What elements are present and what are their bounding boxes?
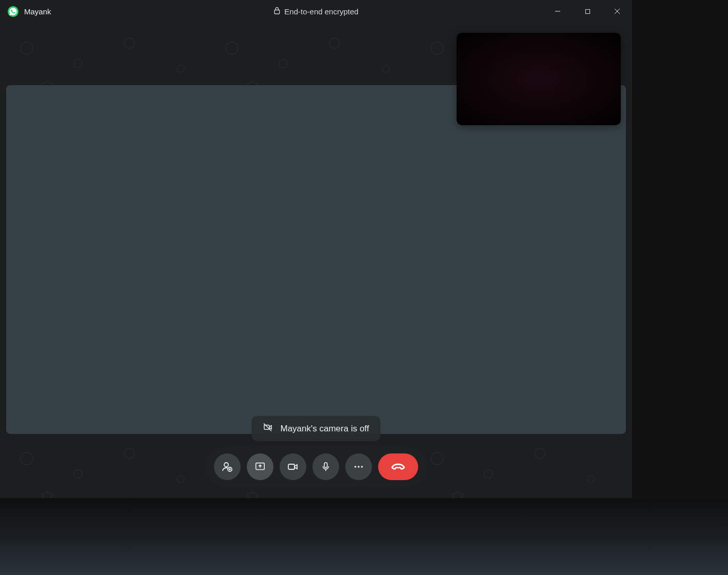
svg-point-14 <box>355 466 357 468</box>
camera-toggle-button[interactable] <box>280 453 306 480</box>
add-participant-button[interactable] <box>214 453 241 480</box>
call-window: Mayank End-to-end encrypted <box>0 0 632 499</box>
svg-rect-13 <box>324 463 327 468</box>
camera-off-text: Mayank's camera is off <box>281 424 369 434</box>
svg-rect-1 <box>274 10 280 14</box>
minimize-button[interactable] <box>543 0 573 23</box>
self-video-preview[interactable] <box>457 33 621 125</box>
contact-name: Mayank <box>24 7 51 16</box>
svg-line-6 <box>264 424 271 431</box>
end-call-button[interactable] <box>378 453 418 480</box>
call-control-bar <box>205 446 427 487</box>
svg-rect-3 <box>585 9 589 13</box>
titlebar[interactable]: Mayank End-to-end encrypted <box>0 0 632 23</box>
svg-rect-12 <box>288 464 294 469</box>
svg-point-15 <box>358 466 360 468</box>
call-content: Mayank's camera is off <box>1 23 631 498</box>
lock-icon <box>273 7 280 16</box>
encryption-indicator: End-to-end encrypted <box>273 7 358 16</box>
maximize-button[interactable] <box>573 0 602 23</box>
window-controls <box>543 0 632 23</box>
microphone-toggle-button[interactable] <box>312 453 339 480</box>
close-button[interactable] <box>602 0 632 23</box>
encryption-label: End-to-end encrypted <box>284 7 358 16</box>
svg-point-7 <box>224 463 228 467</box>
camera-off-badge: Mayank's camera is off <box>252 416 381 441</box>
screen-share-button[interactable] <box>247 453 273 480</box>
more-options-button[interactable] <box>345 453 372 480</box>
svg-point-16 <box>361 466 363 468</box>
camera-off-icon <box>263 422 273 435</box>
whatsapp-icon <box>7 6 19 17</box>
desktop-background-strip <box>0 498 728 575</box>
remote-video-area <box>6 85 626 434</box>
